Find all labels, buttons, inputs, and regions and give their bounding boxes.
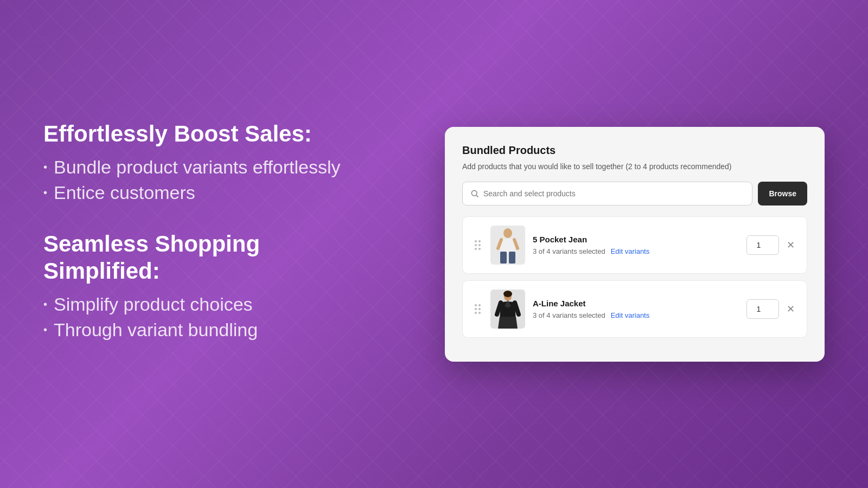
search-input-wrapper xyxy=(462,182,752,206)
search-row: Browse xyxy=(462,182,807,206)
bullet-item: Entice customers xyxy=(43,182,358,203)
card-subtitle: Add products that you would like to sell… xyxy=(462,162,807,171)
quantity-input-wrapper: ✕ xyxy=(746,299,797,319)
bullet-item: Simplify product choices xyxy=(43,294,358,315)
section-seamless-shopping: Seamless Shopping Simplified: Simplify p… xyxy=(43,230,358,341)
product-thumbnail-jean xyxy=(490,226,525,265)
product-info: 5 Pocket Jean 3 of 4 variants selected E… xyxy=(533,235,739,255)
product-name: 5 Pocket Jean xyxy=(533,235,739,244)
edit-variants-link[interactable]: Edit variants xyxy=(611,247,650,255)
quantity-input[interactable] xyxy=(746,299,779,319)
card-title: Bundled Products xyxy=(462,144,807,157)
bullet-item: Through variant bundling xyxy=(43,319,358,341)
edit-variants-link[interactable]: Edit variants xyxy=(611,311,650,319)
page-layout: Effortlessly Boost Sales: Bundle product… xyxy=(0,0,868,488)
product-thumbnail-jacket xyxy=(490,290,525,329)
bullet-item: Bundle product variants effortlessly xyxy=(43,157,358,178)
search-input[interactable] xyxy=(483,189,744,198)
right-content: Bundled Products Add products that you w… xyxy=(445,127,825,362)
variant-text: 3 of 4 variants selected xyxy=(533,247,605,255)
variant-row: 3 of 4 variants selected Edit variants xyxy=(533,247,739,255)
product-item: 5 Pocket Jean 3 of 4 variants selected E… xyxy=(462,216,807,274)
product-name: A-Line Jacket xyxy=(533,299,739,308)
svg-point-3 xyxy=(503,228,512,238)
boost-sales-bullets: Bundle product variants effortlessly Ent… xyxy=(43,157,358,203)
product-image xyxy=(490,226,525,265)
drag-handle[interactable] xyxy=(473,302,483,316)
product-info: A-Line Jacket 3 of 4 variants selected E… xyxy=(533,299,739,319)
search-icon xyxy=(470,189,479,198)
svg-line-1 xyxy=(476,195,478,197)
quantity-input[interactable] xyxy=(746,235,779,255)
section-boost-sales: Effortlessly Boost Sales: Bundle product… xyxy=(43,120,358,203)
product-item: A-Line Jacket 3 of 4 variants selected E… xyxy=(462,280,807,338)
variant-row: 3 of 4 variants selected Edit variants xyxy=(533,311,739,319)
svg-point-0 xyxy=(471,190,477,196)
left-content: Effortlessly Boost Sales: Bundle product… xyxy=(43,120,358,367)
seamless-shopping-bullets: Simplify product choices Through variant… xyxy=(43,294,358,341)
remove-button[interactable]: ✕ xyxy=(784,237,797,253)
svg-point-8 xyxy=(503,291,512,297)
quantity-input-wrapper: ✕ xyxy=(746,235,797,255)
remove-button[interactable]: ✕ xyxy=(784,301,797,317)
svg-rect-4 xyxy=(500,252,507,264)
drag-handle[interactable] xyxy=(473,238,483,252)
svg-rect-5 xyxy=(509,252,515,264)
product-image xyxy=(490,290,525,329)
variant-text: 3 of 4 variants selected xyxy=(533,311,605,319)
bundled-products-card: Bundled Products Add products that you w… xyxy=(445,127,825,362)
browse-button[interactable]: Browse xyxy=(758,182,807,206)
seamless-shopping-headline: Seamless Shopping Simplified: xyxy=(43,230,358,285)
boost-sales-headline: Effortlessly Boost Sales: xyxy=(43,120,358,147)
